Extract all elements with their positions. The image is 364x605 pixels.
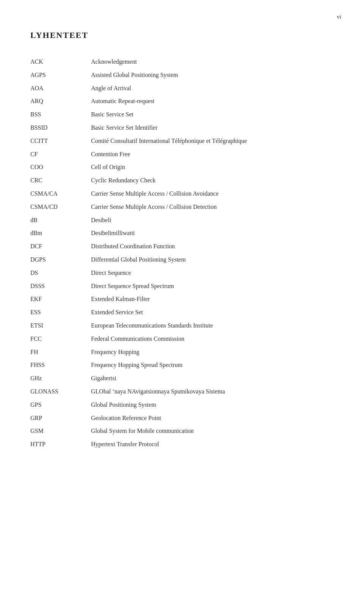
abbreviation-row: DSSSDirect Sequence Spread Spectrum — [30, 280, 334, 293]
abbreviation-abbr: ESS — [30, 306, 91, 319]
abbreviation-abbr: DCF — [30, 240, 91, 253]
abbreviation-definition: Desibeli — [91, 214, 334, 227]
abbreviation-definition: Cell of Origin — [91, 161, 334, 174]
abbreviation-definition: Global Positioning System — [91, 398, 334, 412]
abbreviation-definition: Desibelimilliwatti — [91, 227, 334, 240]
abbreviation-row: CFContention Free — [30, 148, 334, 161]
abbreviation-abbr: CSMA/CD — [30, 201, 91, 214]
abbreviation-abbr: GSM — [30, 425, 91, 438]
abbreviation-definition: Assisted Global Positioning System — [91, 69, 334, 82]
abbreviation-definition: Differential Global Positioning System — [91, 253, 334, 266]
abbreviation-abbr: DSSS — [30, 280, 91, 293]
abbreviation-definition: Contention Free — [91, 148, 334, 161]
abbreviation-row: FCCFederal Communications Commission — [30, 332, 334, 346]
abbreviation-row: DCFDistributed Coordination Function — [30, 240, 334, 253]
abbreviation-abbr: EKF — [30, 293, 91, 306]
abbreviation-definition: Geolocation Reference Point — [91, 412, 334, 425]
abbreviation-abbr: dBm — [30, 227, 91, 240]
abbreviation-abbr: FHSS — [30, 359, 91, 372]
abbreviation-definition: Global System for Mobile communication — [91, 425, 334, 438]
abbreviation-row: GRPGeolocation Reference Point — [30, 412, 334, 425]
abbreviation-definition: Comité Consultatif International Télépho… — [91, 135, 334, 148]
abbreviation-abbr: ACK — [30, 55, 91, 69]
abbreviation-abbr: ARQ — [30, 95, 91, 108]
abbreviation-row: CSMA/CACarrier Sense Multiple Access / C… — [30, 187, 334, 201]
abbreviation-definition: Basic Service Set Identifier — [91, 121, 334, 135]
abbreviation-definition: European Telecommunications Standards In… — [91, 319, 334, 332]
page-title: LYHENTEET — [30, 30, 334, 40]
abbreviation-row: GSMGlobal System for Mobile communicatio… — [30, 425, 334, 438]
abbreviation-row: AGPSAssisted Global Positioning System — [30, 69, 334, 82]
abbreviation-definition: Frequency Hopping Spread Spectrum — [91, 359, 334, 372]
abbreviation-abbr: dB — [30, 214, 91, 227]
abbreviation-row: CCITTComité Consultatif International Té… — [30, 135, 334, 148]
abbreviation-table: ACKAcknowledgementAGPSAssisted Global Po… — [30, 55, 334, 451]
abbreviation-row: DGPSDifferential Global Positioning Syst… — [30, 253, 334, 266]
abbreviation-abbr: CCITT — [30, 135, 91, 148]
abbreviation-row: BSSBasic Service Set — [30, 108, 334, 121]
abbreviation-definition: Gigahertsi — [91, 372, 334, 385]
abbreviation-abbr: AOA — [30, 82, 91, 95]
abbreviation-row: GLONASSGLObal ‘naya NAvigatsionnaya Sput… — [30, 385, 334, 398]
page-number: vi — [337, 14, 341, 20]
abbreviation-abbr: GHz — [30, 372, 91, 385]
abbreviation-abbr: BSSID — [30, 121, 91, 135]
abbreviation-abbr: DS — [30, 266, 91, 280]
abbreviation-abbr: FH — [30, 346, 91, 359]
abbreviation-abbr: DGPS — [30, 253, 91, 266]
abbreviation-definition: Basic Service Set — [91, 108, 334, 121]
abbreviation-row: CRCCyclic Redundancy Check — [30, 174, 334, 187]
abbreviation-abbr: GRP — [30, 412, 91, 425]
abbreviation-abbr: COO — [30, 161, 91, 174]
abbreviation-row: dBmDesibelimilliwatti — [30, 227, 334, 240]
abbreviation-row: AOAAngle of Arrival — [30, 82, 334, 95]
abbreviation-row: ARQAutomatic Repeat-request — [30, 95, 334, 108]
abbreviation-definition: Cyclic Redundancy Check — [91, 174, 334, 187]
abbreviation-row: FHFrequency Hopping — [30, 346, 334, 359]
abbreviation-definition: Distributed Coordination Function — [91, 240, 334, 253]
abbreviation-row: CSMA/CDCarrier Sense Multiple Access / C… — [30, 201, 334, 214]
abbreviation-abbr: GLONASS — [30, 385, 91, 398]
abbreviation-definition: Angle of Arrival — [91, 82, 334, 95]
abbreviation-definition: GLObal ‘naya NAvigatsionnaya Sputnikovay… — [91, 385, 334, 398]
abbreviation-definition: Carrier Sense Multiple Access / Collisio… — [91, 187, 334, 201]
abbreviation-abbr: ETSI — [30, 319, 91, 332]
abbreviation-abbr: AGPS — [30, 69, 91, 82]
abbreviation-abbr: CF — [30, 148, 91, 161]
abbreviation-abbr: CSMA/CA — [30, 187, 91, 201]
abbreviation-definition: Carrier Sense Multiple Access / Collisio… — [91, 201, 334, 214]
abbreviation-row: ACKAcknowledgement — [30, 55, 334, 69]
abbreviation-definition: Acknowledgement — [91, 55, 334, 69]
abbreviation-definition: Extended Kalman-Filter — [91, 293, 334, 306]
abbreviation-row: ETSIEuropean Telecommunications Standard… — [30, 319, 334, 332]
abbreviation-abbr: HTTP — [30, 438, 91, 451]
abbreviation-definition: Federal Communications Commission — [91, 332, 334, 346]
abbreviation-row: dBDesibeli — [30, 214, 334, 227]
abbreviation-row: EKFExtended Kalman-Filter — [30, 293, 334, 306]
abbreviation-row: BSSIDBasic Service Set Identifier — [30, 121, 334, 135]
abbreviation-abbr: CRC — [30, 174, 91, 187]
abbreviation-row: COOCell of Origin — [30, 161, 334, 174]
abbreviation-abbr: GPS — [30, 398, 91, 412]
abbreviation-row: GHzGigahertsi — [30, 372, 334, 385]
abbreviation-row: HTTPHypertext Transfer Protocol — [30, 438, 334, 451]
abbreviation-definition: Frequency Hopping — [91, 346, 334, 359]
abbreviation-row: ESSExtended Service Set — [30, 306, 334, 319]
abbreviation-row: GPSGlobal Positioning System — [30, 398, 334, 412]
abbreviation-definition: Direct Sequence — [91, 266, 334, 280]
abbreviation-abbr: FCC — [30, 332, 91, 346]
abbreviation-definition: Direct Sequence Spread Spectrum — [91, 280, 334, 293]
abbreviation-row: DSDirect Sequence — [30, 266, 334, 280]
abbreviation-definition: Automatic Repeat-request — [91, 95, 334, 108]
abbreviation-definition: Hypertext Transfer Protocol — [91, 438, 334, 451]
abbreviation-definition: Extended Service Set — [91, 306, 334, 319]
abbreviation-abbr: BSS — [30, 108, 91, 121]
abbreviation-row: FHSSFrequency Hopping Spread Spectrum — [30, 359, 334, 372]
